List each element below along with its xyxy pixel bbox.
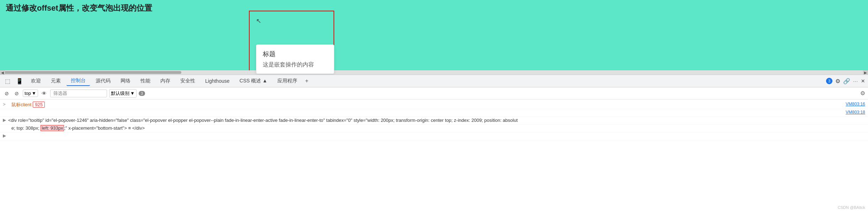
preview-area: 通过修改offset属性，改变气泡出现的位置 ↖ 标题 这是嵌套操作的内容 ◀ … — [0, 0, 868, 75]
close-btn[interactable]: ✕ — [861, 78, 865, 84]
scroll-thumb[interactable] — [4, 71, 181, 74]
popup-card-content: 这是嵌套操作的内容 — [263, 61, 328, 69]
more-btn[interactable]: ··· — [853, 79, 858, 84]
inspect-icon[interactable]: ⬚ — [3, 76, 12, 86]
level-label: 默认级别 — [111, 90, 129, 97]
tab-memory[interactable]: 内存 — [156, 76, 175, 86]
add-tab-icon[interactable]: + — [303, 76, 310, 86]
console-content: > 鼠标client 925 VM803:16 VM803:18 ▶ <div … — [0, 99, 868, 171]
error-badge: 3 — [826, 78, 832, 84]
tab-security[interactable]: 安全性 — [176, 76, 199, 86]
level-badge: 3 — [139, 91, 145, 96]
tab-elements[interactable]: 元素 — [47, 76, 65, 86]
console-link-1[interactable]: VM803:16 — [846, 102, 865, 107]
scroll-right-arrow[interactable]: ▶ — [863, 70, 868, 75]
network-btn[interactable]: 🔗 — [843, 78, 850, 85]
tab-source[interactable]: 源代码 — [91, 76, 115, 86]
clear-icon: ⊘ — [5, 91, 9, 96]
element-expand-arrow[interactable]: ▶ — [3, 118, 6, 123]
top-selector[interactable]: top ▼ — [23, 90, 38, 97]
top-label: top — [25, 91, 31, 96]
highlight-left: left: 933px — [41, 125, 64, 131]
device-icon[interactable]: 📱 — [14, 76, 25, 86]
scrollbar-horizontal[interactable]: ◀ ▶ — [0, 70, 868, 75]
tab-welcome[interactable]: 欢迎 — [27, 76, 45, 86]
console-line-mouse: > 鼠标client 925 VM803:16 — [0, 101, 868, 109]
clear-console-btn[interactable]: ⊘ — [3, 90, 11, 97]
level-arrow: ▼ — [130, 91, 135, 96]
watch-icon: 👁 — [42, 91, 47, 96]
preview-title: 通过修改offset属性，改变气泡出现的位置 — [0, 0, 868, 16]
element-code-cont: e; top: 308px; left: 933px;" x-placement… — [11, 125, 865, 131]
devtools-right-icons: 3 ⚙ 🔗 ··· ✕ — [826, 78, 865, 85]
level-selector[interactable]: 默认级别 ▼ — [109, 89, 137, 98]
element-code: <div role="tooltip" id="el-popover-1246"… — [8, 118, 865, 123]
console-settings-icon[interactable]: ⚙ — [860, 90, 865, 97]
filter-btn[interactable]: ⊘ — [13, 90, 21, 97]
popup-card: 标题 这是嵌套操作的内容 — [256, 44, 334, 74]
devtools-tabbar: ⬚ 📱 欢迎 元素 控制台 源代码 网络 性能 内存 安全性 Lighthous… — [0, 75, 868, 87]
watch-btn[interactable]: 👁 — [40, 90, 48, 97]
tab-network[interactable]: 网络 — [116, 76, 135, 86]
settings-btn[interactable]: ⚙ — [835, 78, 840, 85]
tab-performance[interactable]: 性能 — [136, 76, 155, 86]
filter-icon: ⊘ — [15, 91, 19, 96]
tab-lighthouse[interactable]: Lighthouse — [201, 77, 234, 85]
filter-input[interactable] — [50, 90, 107, 97]
console-link-2[interactable]: VM803:18 — [846, 110, 865, 115]
console-line-element: ▶ <div role="tooltip" id="el-popover-124… — [0, 117, 868, 125]
cursor-icon: ↖ — [256, 17, 261, 25]
tab-css-overview[interactable]: CSS 概述 ▲ — [235, 76, 272, 86]
console-line-element-cont: e; top: 308px; left: 933px;" x-placement… — [0, 125, 868, 132]
console-line-blank: VM803:18 — [0, 109, 868, 117]
tab-application[interactable]: 应用程序 — [273, 76, 302, 86]
scroll-left-arrow[interactable]: ◀ — [0, 70, 5, 75]
expand-arrow[interactable]: ▶ — [3, 133, 6, 138]
tab-console[interactable]: 控制台 — [66, 76, 90, 86]
console-prompt-1: > — [3, 102, 9, 107]
top-dropdown-arrow: ▼ — [32, 91, 36, 96]
popup-card-title: 标题 — [263, 50, 328, 58]
console-toolbar: ⊘ ⊘ top ▼ 👁 默认级别 ▼ 3 ⚙ — [0, 87, 868, 99]
console-line-expand: ▶ — [0, 132, 868, 140]
mouse-value-badge: 925 — [33, 102, 45, 108]
mouse-client-label: 鼠标client — [11, 102, 31, 108]
